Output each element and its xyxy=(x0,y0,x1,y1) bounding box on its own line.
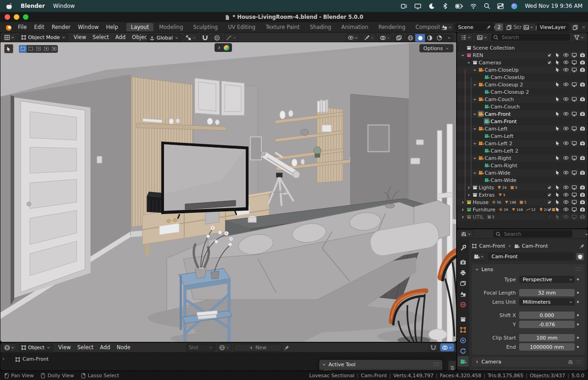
breadcrumb-data[interactable]: Cam-Front xyxy=(522,243,548,249)
toggle-disable-render[interactable] xyxy=(579,206,586,213)
pin-icon[interactable] xyxy=(486,24,491,30)
toggle-hide-viewport[interactable] xyxy=(563,155,569,161)
scene-selector[interactable]: Scene xyxy=(455,23,494,31)
select-mode-subtract[interactable] xyxy=(34,45,42,53)
expand-icon[interactable] xyxy=(466,192,472,198)
shader-menu-view[interactable]: View xyxy=(55,344,74,351)
outliner-row-cam-right[interactable]: Cam-Right xyxy=(457,162,588,169)
outliner-row-cam-couch[interactable]: Cam-Couch xyxy=(457,96,588,103)
app-menu[interactable]: Blender xyxy=(21,3,45,9)
snap-magnet-button[interactable] xyxy=(200,34,210,42)
outliner-row-scene-collection[interactable]: Scene Collection xyxy=(457,44,588,51)
workspace-tab-modeling[interactable]: Modeling xyxy=(154,23,187,31)
toggle-disable-viewport[interactable] xyxy=(571,206,577,213)
shader-menu-select[interactable]: Select xyxy=(74,344,96,351)
toggle-selectable[interactable] xyxy=(554,214,561,220)
outliner-row-cam-closeup-2[interactable]: Cam-Closeup 2 xyxy=(457,88,588,96)
toggle-exclude-checkbox[interactable] xyxy=(546,184,553,191)
display-mode-button[interactable] xyxy=(459,33,473,41)
properties-tab-objsq[interactable] xyxy=(458,324,469,335)
tool-side-tab[interactable]: Tool xyxy=(448,361,456,370)
animate-dot[interactable] xyxy=(575,323,581,326)
toggle-selectable[interactable] xyxy=(554,184,561,191)
properties-tab-world[interactable] xyxy=(458,299,469,310)
toggle-disable-viewport[interactable] xyxy=(571,199,577,205)
properties-tab-constraint[interactable] xyxy=(458,335,469,346)
collapse-icon[interactable] xyxy=(472,111,478,117)
toggle-selectable[interactable] xyxy=(554,206,561,213)
browse-camera-data-button[interactable] xyxy=(472,252,486,261)
toggle-exclude-checkbox[interactable] xyxy=(546,199,553,205)
toggle-disable-viewport[interactable] xyxy=(571,192,577,198)
toggle-disable-render[interactable] xyxy=(579,67,586,73)
toggle-disable-viewport[interactable] xyxy=(571,81,577,88)
collapse-icon[interactable] xyxy=(460,52,466,58)
properties-tab-camObj[interactable] xyxy=(458,356,469,367)
toggle-selectable[interactable] xyxy=(554,52,561,58)
workspace-tab-sculpting[interactable]: Sculpting xyxy=(188,23,222,31)
collapse-icon[interactable] xyxy=(472,140,478,147)
toggle-selectable[interactable] xyxy=(554,59,561,66)
shading-solid-button[interactable] xyxy=(415,34,425,42)
outliner-row-util[interactable]: UTIL2 xyxy=(457,213,588,221)
animate-dot[interactable] xyxy=(575,278,581,281)
collapse-icon[interactable] xyxy=(472,155,478,161)
viewport-3d[interactable]: Object Mode ViewSelectAddObjectGIS Globa… xyxy=(0,33,456,342)
toggle-disable-viewport[interactable] xyxy=(571,140,577,147)
workspace-tab-layout[interactable]: Layout xyxy=(126,23,153,31)
toggle-disable-viewport[interactable] xyxy=(571,59,577,66)
view-layer-type-button[interactable] xyxy=(521,23,536,31)
toggle-selectable[interactable] xyxy=(554,155,561,161)
toggle-hide-viewport[interactable] xyxy=(563,59,569,66)
toggle-exclude-checkbox[interactable] xyxy=(546,192,553,198)
toggle-hide-viewport[interactable] xyxy=(563,96,569,102)
topbar-menu-render[interactable]: Render xyxy=(48,24,74,30)
filter-button[interactable] xyxy=(572,33,586,41)
select-box-tool-icon[interactable] xyxy=(323,370,332,370)
collapse-icon[interactable] xyxy=(466,59,472,66)
blender-logo-icon[interactable] xyxy=(5,23,12,31)
editor-type-button[interactable] xyxy=(2,343,17,352)
active-tool-button[interactable] xyxy=(4,44,13,53)
toggle-disable-viewport[interactable] xyxy=(571,184,577,191)
browse-material-button[interactable] xyxy=(217,343,232,352)
close-window-button[interactable] xyxy=(5,14,10,20)
toggle-disable-render[interactable] xyxy=(579,214,586,220)
properties-tab-printer[interactable] xyxy=(458,267,469,278)
toggle-selectable[interactable] xyxy=(554,111,561,117)
window-menu[interactable]: Window xyxy=(53,3,75,9)
display-icon[interactable] xyxy=(414,3,421,10)
outliner-row-cam-closeup[interactable]: Cam-CloseUp xyxy=(457,66,588,74)
toggle-selectable[interactable] xyxy=(554,140,561,147)
outliner-filter-mode-button[interactable] xyxy=(475,33,489,41)
toggle-exclude-checkbox[interactable] xyxy=(546,206,553,213)
battery-icon[interactable] xyxy=(455,2,463,10)
outliner[interactable]: Scene CollectionRENCamerasCam-CloseUpCam… xyxy=(457,33,588,228)
shader-menu-add[interactable]: Add xyxy=(97,344,113,351)
toggle-hide-viewport[interactable] xyxy=(563,125,569,132)
shader-type-dropdown[interactable]: Object xyxy=(18,344,53,352)
outliner-row-cam-right[interactable]: Cam-Right xyxy=(457,154,588,162)
outliner-row-cam-left[interactable]: Cam-Left xyxy=(457,132,588,140)
toggle-disable-viewport[interactable] xyxy=(571,111,577,117)
toggle-disable-render[interactable] xyxy=(579,199,586,205)
field-value[interactable]: Millimeters xyxy=(519,298,575,306)
field-value[interactable]: 0.000 xyxy=(519,312,575,319)
scene-users-badge[interactable]: 2 xyxy=(495,23,503,31)
viewport-menu-view[interactable]: View xyxy=(70,34,89,40)
siri-icon[interactable] xyxy=(511,3,518,10)
expand-icon[interactable] xyxy=(460,206,466,213)
toggle-selectable[interactable] xyxy=(554,96,561,102)
outliner-row-extras[interactable]: Extras3 xyxy=(457,191,588,199)
animate-dot[interactable] xyxy=(575,291,581,295)
toggle-disable-render[interactable] xyxy=(579,52,586,58)
topbar-menu-edit[interactable]: Edit xyxy=(30,24,48,30)
outliner-row-ren[interactable]: REN xyxy=(457,51,588,59)
toggle-exclude-checkbox[interactable] xyxy=(546,52,553,58)
collapse-icon[interactable] xyxy=(472,67,478,73)
toggle-selectable[interactable] xyxy=(554,125,561,132)
select-mode-intersect[interactable] xyxy=(50,45,58,53)
search-icon[interactable] xyxy=(484,3,490,9)
scene-type-button[interactable] xyxy=(440,23,454,31)
transform-orientation-dropdown[interactable]: Global xyxy=(147,34,181,42)
